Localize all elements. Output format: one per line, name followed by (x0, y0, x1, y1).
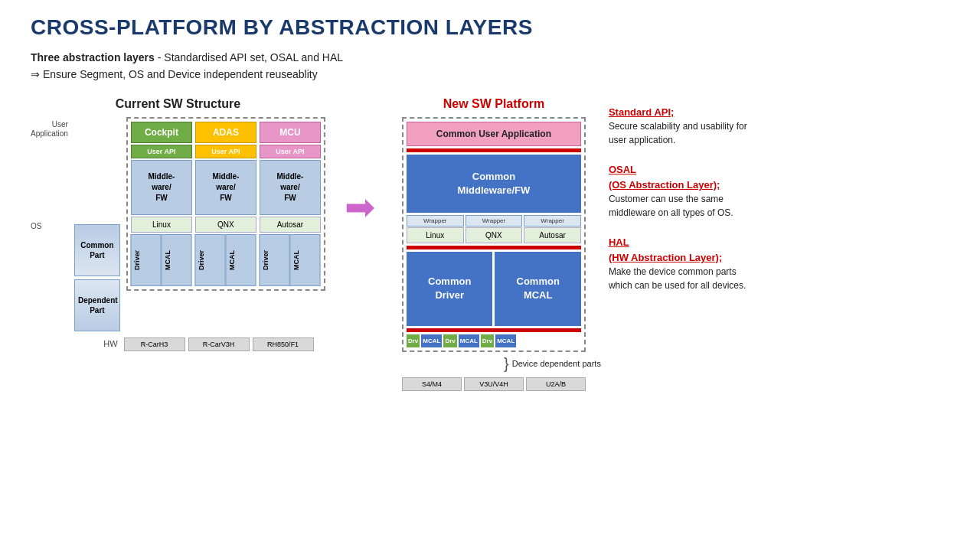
red-bar-3 (407, 328, 581, 332)
dev-drv-3: Drv (481, 334, 494, 347)
red-bar-1 (407, 148, 581, 152)
wrapper-2: Wrapper (466, 215, 523, 227)
standard-api-title: Standard API; (609, 105, 823, 120)
adas-app-box: ADAS (195, 122, 256, 143)
hw-box-rcarh3: R-CarH3 (124, 337, 185, 351)
adas-user-api: User API (195, 145, 256, 158)
adas-column: ADAS User API Middle-ware/FW QNX Driver … (195, 122, 256, 286)
os-row: Linux QNX Autosar (407, 227, 581, 243)
current-sw-diagram: Current SW Structure UserApplication OS … (31, 97, 325, 351)
mcu-drv-box: Driver (260, 234, 290, 286)
mcu-user-api: User API (260, 145, 321, 158)
device-dep-label: Device dependent parts (512, 359, 601, 368)
adas-mw-box: Middle-ware/FW (195, 160, 256, 215)
common-mw-box: CommonMiddleware/FW (407, 155, 581, 213)
dev-mcal-1: MCAL (421, 334, 442, 347)
standard-api-body: Secure scalability and usability foruser… (609, 119, 823, 147)
mcu-app-box: MCU (260, 122, 321, 143)
hw-box-rcarv3h: R-CarV3H (188, 337, 250, 351)
new-hw-boxes: S4/M4 V3U/V4H U2A/B (402, 377, 586, 391)
main-content: Current SW Structure UserApplication OS … (31, 97, 949, 391)
common-part-box: CommonPart (74, 224, 120, 276)
cockpit-mcal-box: MCAL (162, 234, 192, 286)
red-bar-2 (407, 246, 581, 249)
dev-drv-2: Drv (443, 334, 456, 347)
hal-body: Make the device common partswhich can be… (609, 265, 823, 292)
dependent-part-box: DependentPart (74, 279, 120, 331)
new-os-autosar: Autosar (524, 227, 581, 243)
bullet-1-bold: Three abstraction layers (31, 51, 155, 64)
adas-os-box: QNX (195, 217, 256, 233)
common-mcal-box: CommonMCAL (495, 252, 581, 325)
new-sw-diagram: New SW Platform Common User Application … (394, 97, 593, 391)
common-driver-box: CommonDriver (407, 252, 493, 325)
common-user-app-box: Common User Application (407, 122, 581, 146)
device-dep-row: Drv MCAL Drv MCAL Drv MCAL (407, 334, 581, 347)
current-sw-title: Current SW Structure (116, 97, 241, 111)
hw-label: HW (103, 339, 117, 348)
new-platform-container: Common User Application CommonMiddleware… (402, 117, 586, 352)
new-sw-title: New SW Platform (443, 97, 544, 111)
arrow-section: ➡ (341, 97, 379, 226)
mcu-mw-box: Middle-ware/FW (260, 160, 321, 215)
driver-mcal-row: CommonDriver CommonMCAL (407, 252, 581, 325)
sw-columns: Cockpit User API Middle-ware/FW Linux Dr… (126, 117, 325, 291)
annotation-osal: OSAL(OS Abstraction Layer); Customer can… (609, 162, 823, 220)
mcu-column: MCU User API Middle-ware/FW Autosar Driv… (260, 122, 321, 286)
hal-title: HAL(HW Abstraction Layer); (609, 235, 823, 265)
os-label: OS (31, 215, 68, 238)
annotations-section: Standard API; Secure scalability and usa… (609, 97, 823, 293)
dev-mcal-3: MCAL (495, 334, 516, 347)
new-os-linux: Linux (407, 227, 464, 243)
dev-mcal-2: MCAL (459, 334, 479, 347)
hw-box-rh850: RH850/F1 (253, 337, 314, 351)
annotation-hal: HAL(HW Abstraction Layer); Make the devi… (609, 235, 823, 292)
cockpit-column: Cockpit User API Middle-ware/FW Linux Dr… (131, 122, 192, 286)
mcu-mcal-box: MCAL (290, 234, 321, 286)
cockpit-user-api: User API (131, 145, 192, 158)
user-app-label: UserApplication (31, 120, 68, 145)
adas-mcal-box: MCAL (226, 234, 256, 286)
cockpit-os-box: Linux (131, 217, 192, 233)
bullets-section: Three abstraction layers - Standardised … (31, 49, 949, 83)
hw-boxes: R-CarH3 R-CarV3H RH850/F1 (124, 337, 314, 351)
wrapper-1: Wrapper (407, 215, 464, 227)
cockpit-mw-box: Middle-ware/FW (131, 160, 192, 215)
new-hw-u2a: U2A/B (526, 377, 586, 391)
cockpit-app-box: Cockpit (131, 122, 192, 143)
new-hw-s4m4: S4/M4 (402, 377, 462, 391)
osal-title: OSAL(OS Abstraction Layer); (609, 162, 823, 192)
right-arrow-icon: ➡ (345, 189, 375, 226)
annotation-standard-api: Standard API; Secure scalability and usa… (609, 105, 823, 148)
osal-body: Customer can use the samemiddleware on a… (609, 192, 823, 220)
new-os-qnx: QNX (466, 227, 523, 243)
wrapper-3: Wrapper (524, 215, 581, 227)
bullet-2: ⇒ Ensure Segment, OS and Device independ… (31, 66, 949, 83)
dev-drv-1: Drv (407, 334, 420, 347)
page-title: CROSS-PLATFORM BY ABSTRACTION LAYERS (31, 15, 949, 40)
wrapper-row: Wrapper Wrapper Wrapper (407, 215, 581, 227)
cockpit-drv-box: Driver (131, 234, 162, 286)
mcu-os-box: Autosar (260, 217, 321, 233)
new-hw-v3u: V3U/V4H (464, 377, 524, 391)
adas-drv-box: Driver (195, 234, 226, 286)
